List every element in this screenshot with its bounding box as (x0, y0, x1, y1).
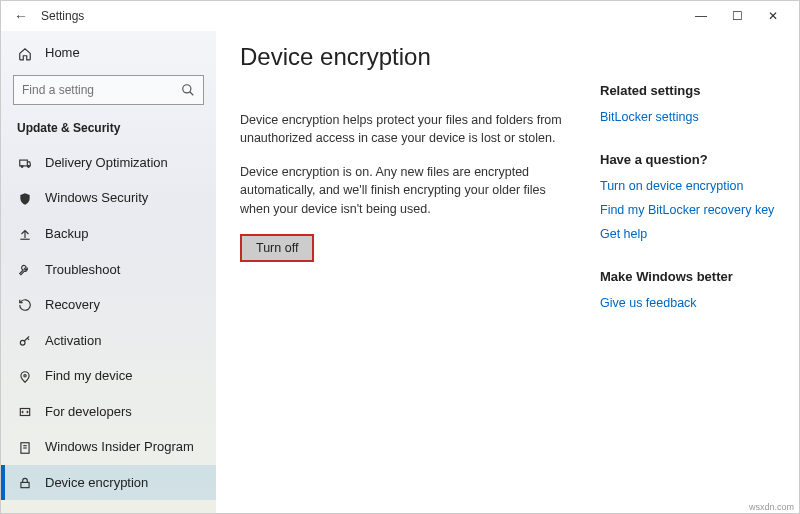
close-button[interactable]: ✕ (755, 2, 791, 30)
app-title: Settings (41, 9, 84, 23)
sidebar-item-troubleshoot[interactable]: Troubleshoot (1, 251, 216, 287)
search-icon (181, 81, 195, 99)
location-icon (17, 368, 33, 384)
give-feedback-link[interactable]: Give us feedback (600, 296, 775, 310)
sidebar-item-label: Delivery Optimization (45, 155, 168, 170)
page-heading: Device encryption (240, 43, 570, 71)
description-1: Device encryption helps protect your fil… (240, 111, 570, 147)
sidebar-item-label: Activation (45, 333, 101, 348)
sidebar-section-title: Update & Security (1, 115, 216, 145)
wrench-icon (17, 261, 33, 277)
right-rail: Related settings BitLocker settings Have… (600, 43, 775, 501)
sidebar-item-label: Windows Security (45, 190, 148, 205)
sidebar-item-windows-security[interactable]: Windows Security (1, 180, 216, 216)
sidebar-item-delivery-optimization[interactable]: Delivery Optimization (1, 145, 216, 181)
sidebar: Home Update & Security Delivery Optimiza… (1, 31, 216, 513)
sidebar-home[interactable]: Home (1, 37, 216, 69)
sidebar-item-label: Windows Insider Program (45, 439, 194, 454)
sidebar-item-activation[interactable]: Activation (1, 322, 216, 358)
svg-point-5 (20, 340, 25, 345)
maximize-button[interactable]: ☐ (719, 2, 755, 30)
minimize-button[interactable]: — (683, 2, 719, 30)
svg-rect-11 (21, 483, 29, 488)
shield-icon (17, 190, 33, 206)
svg-line-1 (190, 92, 194, 96)
back-button[interactable]: ← (9, 8, 33, 24)
find-recovery-key-link[interactable]: Find my BitLocker recovery key (600, 203, 775, 217)
search-input[interactable] (22, 83, 181, 97)
sidebar-item-label: Device encryption (45, 475, 148, 490)
watermark: wsxdn.com (749, 502, 794, 512)
sidebar-item-label: For developers (45, 404, 132, 419)
sidebar-item-device-encryption[interactable]: Device encryption (1, 465, 216, 501)
sidebar-home-label: Home (45, 45, 80, 60)
turn-on-encryption-link[interactable]: Turn on device encryption (600, 179, 775, 193)
related-settings-heading: Related settings (600, 83, 775, 98)
delivery-icon (17, 155, 33, 171)
svg-rect-2 (20, 160, 28, 166)
home-icon (17, 45, 33, 61)
sidebar-nav: Delivery Optimization Windows Security B… (1, 145, 216, 513)
bitlocker-settings-link[interactable]: BitLocker settings (600, 110, 775, 124)
make-windows-better-heading: Make Windows better (600, 269, 775, 284)
turn-off-button[interactable]: Turn off (240, 234, 314, 262)
get-help-link[interactable]: Get help (600, 227, 775, 241)
sidebar-item-for-developers[interactable]: For developers (1, 394, 216, 430)
content: Device encryption Device encryption help… (216, 31, 799, 513)
sidebar-item-label: Troubleshoot (45, 262, 120, 277)
recovery-icon (17, 297, 33, 313)
backup-icon (17, 226, 33, 242)
svg-point-6 (24, 374, 26, 376)
main-panel: Device encryption Device encryption help… (240, 43, 570, 501)
sidebar-item-label: Find my device (45, 368, 132, 383)
sidebar-item-label: Backup (45, 226, 88, 241)
search-box[interactable] (13, 75, 204, 105)
sidebar-item-label: Recovery (45, 297, 100, 312)
sidebar-item-backup[interactable]: Backup (1, 216, 216, 252)
sidebar-item-find-my-device[interactable]: Find my device (1, 358, 216, 394)
lock-icon (17, 475, 33, 491)
titlebar: ← Settings — ☐ ✕ (1, 1, 799, 31)
insider-icon (17, 439, 33, 455)
description-2: Device encryption is on. Any new files a… (240, 163, 570, 217)
key-icon (17, 332, 33, 348)
svg-point-0 (183, 85, 191, 93)
sidebar-item-insider[interactable]: Windows Insider Program (1, 429, 216, 465)
sidebar-item-recovery[interactable]: Recovery (1, 287, 216, 323)
developer-icon (17, 404, 33, 420)
have-question-heading: Have a question? (600, 152, 775, 167)
